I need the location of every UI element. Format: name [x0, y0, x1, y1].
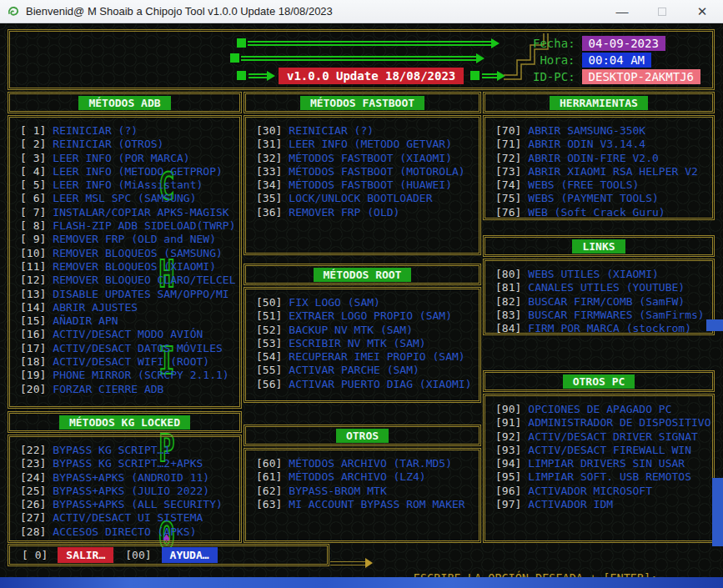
menu-item: [94]LIMPIAR DRIVERS SIN USAR	[495, 457, 707, 470]
column-2: MÉTODOS FASTBOOT [30]REINICIAR (?) [31]L…	[244, 92, 481, 543]
menu-item: [76]WEB (Soft Crack Guru)	[495, 206, 707, 219]
console-window[interactable]: C H I P O♠ J O♠ T O♥ O♦ L	[0, 23, 723, 577]
menu-item: [14]ABRIR AJUSTES	[20, 301, 234, 314]
menu-item: [63]MI ACCOUNT BYPASS ROM MAKER	[256, 498, 474, 511]
menu-item: [31]LEER INFO (METODO GETVAR)	[256, 138, 474, 151]
prompt-text: ESCRIBE LA OPCIÓN DESEADA + [ENTER]:	[414, 571, 658, 577]
menu-item: [90]OPCIONES DE APAGADO PC	[495, 403, 707, 416]
window-title: Bienvenid@ M Shoaib a Chipojo Tool v1.0.…	[26, 5, 333, 18]
info-value: DESKTOP-2AKMTJ6	[582, 69, 700, 84]
menu-item: [36]REMOVER FRP (OLD)	[256, 206, 474, 219]
menu-item: [ 7]INSTALAR/COPIAR APKS-MAGISK	[20, 206, 234, 219]
arrow-node	[237, 38, 246, 48]
menu-item: [73]ABRIR XIAOMI RSA HELPER V2	[495, 165, 707, 178]
maximize-button[interactable]	[655, 4, 670, 19]
menu-item: [ 5]LEER INFO (MiAssistant)	[20, 178, 234, 192]
version-badge: v1.0.0 Update 18/08/2023	[279, 68, 464, 84]
menu-item: [30]REINICIAR (?)	[256, 124, 474, 138]
section-items-links: [80]WEBS UTILES (XIAOMI) [81]CANALES UTI…	[483, 259, 715, 335]
menu-item: [26]BYPASS+APKS (ALL SECURITY)	[20, 498, 234, 511]
menu-item: [80]WEBS UTILES (XIAOMI)	[495, 268, 707, 281]
menu-item: [52]BACKUP NV MTK (SAM)	[256, 324, 474, 337]
menu-item: [96]ACTIVADOR MICROSOFT	[495, 485, 707, 498]
menu-columns: MÉTODOS ADB [ 1]REINICIAR (?) [ 2]REINIC…	[8, 92, 715, 543]
menu-item: [18]ACTIV/DESACT WIFI (ROOT)	[20, 355, 234, 369]
menu-item: [35]LOCK/UNLOCK BOOTLOADER	[256, 192, 474, 205]
menu-item: [92]ACTIV/DESACT DRIVER SIGNAT	[495, 430, 707, 444]
menu-item: [20]FORZAR CIERRE ADB	[20, 383, 234, 396]
menu-item: [81]CANALES UTILES (YOUTUBE)	[495, 281, 707, 294]
info-label: Fecha:	[519, 37, 575, 50]
menu-item: [ 1]REINICIAR (?)	[20, 124, 234, 138]
menu-item: [13]DISABLE UPDATES SAM/OPPO/MI	[20, 288, 234, 301]
menu-item: [71]ABRIR ODIN V3.14.4	[495, 138, 707, 151]
info-label: Hora:	[519, 53, 575, 67]
arrow-node	[237, 71, 246, 80]
close-button[interactable]: ✕	[695, 4, 710, 19]
menu-item: [83]BUSCAR FIRMWARES (SamFirms)	[495, 309, 707, 322]
exit-option-number: [ 0]	[22, 549, 48, 561]
menu-item: [15]AÑADIR APN	[20, 314, 234, 328]
menu-item: [11]REMOVER BLOQUEOS (XIAOMI)	[20, 260, 234, 274]
arrow-line-decoration	[241, 56, 476, 61]
menu-item: [28]ACCESOS DIRECTO (APKS)	[20, 525, 234, 539]
menu-item: [10]REMOVER BLOQUEOS (SAMSUNG)	[20, 247, 234, 260]
menu-item: [25]BYPASS+APKS (JULIO 2022)	[20, 485, 234, 498]
section-header-kg-locked: MÉTODOS KG LOCKED	[8, 411, 242, 433]
section-header-otros-pc: OTROS PC	[483, 370, 715, 392]
info-value: 04-09-2023	[582, 36, 665, 51]
help-badge: AYUDA…	[162, 547, 218, 563]
menu-item: [84]FIRM POR MARCA (stockrom)	[495, 322, 707, 335]
menu-item: [51]EXTRAER LOGO PROPIO (SAM)	[256, 309, 474, 323]
info-value: 00:04 AM	[582, 53, 651, 68]
menu-item: [74]WEBS (FREE TOOLS)	[495, 178, 707, 192]
menu-item: [16]ACTIV/DESACT MODO AVIÓN	[20, 328, 234, 341]
menu-item: [72]ABRIR ODIN-FIRE V2.0	[495, 152, 707, 165]
menu-item: [23]BYPASS KG SCRIPT…2+APKS	[20, 457, 234, 470]
section-items-otros-pc: [90]OPCIONES DE APAGADO PC [91]ADMINISTR…	[483, 394, 715, 543]
section-items-adb: [ 1]REINICIAR (?) [ 2]REINICIAR (OTROS) …	[8, 115, 242, 409]
footer-bar: [ 0] SALIR… [00] AYUDA… ESCRIBE LA OPCIÓ…	[8, 544, 715, 575]
command-prompt[interactable]: ESCRIBE LA OPCIÓN DESEADA + [ENTER]:	[373, 558, 674, 577]
desktop-background-fragment	[706, 319, 723, 331]
section-items-otros: [60]MÉTODOS ARCHIVO (TAR.MD5) [61]MÉTODO…	[244, 448, 481, 543]
arrow-node	[470, 71, 479, 80]
column-3: HERRAMIENTAS [70]ABRIR SAMSUNG-350K [71]…	[483, 92, 715, 543]
section-items-herramientas: [70]ABRIR SAMSUNG-350K [71]ABRIR ODIN V3…	[483, 115, 715, 220]
maximize-icon	[658, 8, 666, 16]
menu-item: [22]BYPASS KG SCRIPT…1	[20, 444, 234, 457]
section-header-root: MÉTODOS ROOT	[244, 264, 481, 285]
info-label: ID-PC:	[519, 70, 575, 83]
desktop-background-fragment	[712, 478, 723, 546]
menu-item: [ 3]LEER INFO (POR MARCA)	[20, 152, 234, 165]
menu-item: [ 2]REINICIAR (OTROS)	[20, 138, 234, 151]
window-titlebar[interactable]: Bienvenid@ M Shoaib a Chipojo Tool v1.0.…	[0, 0, 723, 23]
menu-item: [34]MÉTODOS FASTBOOT (HUAWEI)	[256, 178, 474, 192]
menu-item: [91]ADMINISTRADOR DE DISPOSITIVO	[495, 416, 707, 430]
menu-item: [56]ACTIVAR PUERTO DIAG (XIAOMI)	[256, 378, 474, 391]
menu-item: [17]ACTIV/DESACT DATOS MÓVILES	[20, 342, 234, 355]
menu-item: [97]ACTIVADOR IDM	[495, 498, 707, 511]
exit-badge: SALIR…	[58, 547, 113, 563]
section-header-links: LINKS	[483, 235, 715, 257]
section-header-fastboot: MÉTODOS FASTBOOT	[244, 92, 481, 113]
help-option-number: [00]	[125, 549, 151, 561]
system-info: Fecha: 04-09-2023 Hora: 00:04 AM ID-PC: …	[519, 36, 700, 84]
menu-item: [27]ACTIV/DESACT UI SISTEMA	[20, 511, 234, 525]
menu-item: [60]MÉTODOS ARCHIVO (TAR.MD5)	[256, 457, 474, 470]
section-items-root: [50]FIX LOGO (SAM) [51]EXTRAER LOGO PROP…	[244, 287, 481, 403]
menu-item: [ 4]LEER INFO (METODO GETPROP)	[20, 165, 234, 178]
menu-item: [62]BYPASS-BROM MTK	[256, 485, 474, 498]
menu-item: [54]RECUPERAR IMEI PROPIO (SAM)	[256, 350, 474, 364]
section-items-fastboot: [30]REINICIAR (?) [31]LEER INFO (METODO …	[244, 115, 481, 255]
column-1: MÉTODOS ADB [ 1]REINICIAR (?) [ 2]REINIC…	[8, 92, 242, 543]
section-header-otros: OTROS	[244, 425, 481, 446]
minimize-button[interactable]: —	[615, 4, 630, 19]
menu-item: [50]FIX LOGO (SAM)	[256, 296, 474, 309]
menu-item: [12]REMOVER BLOQUEO CLARO/TELCEL	[20, 274, 234, 287]
desktop-background-strip	[0, 577, 723, 588]
menu-item: [75]WEBS (PAYMENT TOOLS)	[495, 192, 707, 205]
section-header-adb: MÉTODOS ADB	[8, 92, 242, 113]
menu-item: [19]PHONE MIRROR (SCRCPY 2.1.1)	[20, 369, 234, 382]
menu-item: [ 9]REMOVER FRP (OLD and NEW)	[20, 233, 234, 246]
